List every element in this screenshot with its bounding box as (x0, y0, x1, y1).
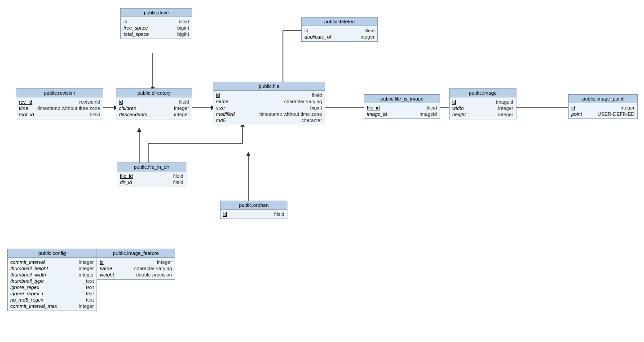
diagram-container: public.drive id fileid free_space bigint… (0, 0, 644, 342)
table-deleted-body: id fileid duplicate_of integer (302, 26, 377, 41)
table-row: file_id fileid (120, 173, 183, 179)
table-file-header: public.file (213, 82, 325, 91)
table-row: commit_interval integer (10, 259, 94, 265)
table-row: id fileid (216, 92, 322, 98)
table-config: public.config commit_interval integer th… (7, 249, 97, 311)
table-file-in-dir-body: file_id fileid dir_id fileid (117, 171, 186, 187)
table-row: children integer (119, 105, 189, 111)
table-image-point-header: public.image_point (569, 95, 637, 103)
table-config-header: public.config (8, 249, 97, 258)
table-file: public.file id fileid name character var… (213, 82, 325, 125)
table-row: name character varying (100, 265, 172, 272)
table-image-feature: public.image_feature id integer name cha… (97, 249, 175, 280)
table-row: no_md5_regex text (10, 297, 94, 303)
table-row: commit_interval_max integer (10, 303, 94, 309)
table-row: id fileid (304, 27, 375, 34)
table-revision: public.revision rev_id revisionid time t… (16, 88, 103, 119)
table-file-is-image-header: public.file_is_image (364, 95, 440, 103)
table-row: modified timestamp without time zone (216, 111, 322, 117)
table-directory-body: id fileid children integer descendants i… (116, 97, 192, 119)
table-row: id fileid (223, 211, 284, 217)
table-file-is-image: public.file_is_image file_id fileid imag… (364, 94, 440, 119)
table-row: ignore_regex text (10, 284, 94, 290)
svg-marker-22 (246, 152, 251, 156)
table-image-header: public.image (450, 89, 516, 97)
table-drive-header: public.drive (121, 9, 192, 17)
table-row: total_space bigint (124, 31, 189, 37)
table-row: descendants integer (119, 111, 189, 118)
table-row: root_id fileid (19, 111, 100, 118)
table-row: id integer (571, 105, 635, 111)
table-row: time timestamp without time zone (19, 105, 100, 111)
table-row: rev_id revisionid (19, 99, 100, 105)
table-row: width integer (452, 105, 513, 111)
table-deleted-header: public.deleted (302, 18, 377, 26)
table-deleted: public.deleted id fileid duplicate_of in… (301, 17, 378, 42)
table-image-point: public.image_point id integer point USER… (568, 94, 638, 119)
table-directory: public.directory id fileid children inte… (116, 88, 192, 119)
table-image-body: id imageid width integer height integer (450, 97, 516, 119)
table-row: height integer (452, 111, 513, 118)
table-image-point-body: id integer point USER-DEFINED (569, 103, 637, 118)
table-image: public.image id imageid width integer he… (449, 88, 516, 119)
table-row: id integer (100, 259, 172, 265)
table-row: id fileid (119, 99, 189, 105)
table-row: weight double precision (100, 272, 172, 278)
table-revision-body: rev_id revisionid time timestamp without… (16, 97, 103, 119)
table-row: free_space bigint (124, 25, 189, 31)
table-row: md5 character (216, 117, 322, 123)
table-orphan-header: public.orphan (221, 201, 287, 210)
table-orphan-body: id fileid (221, 210, 287, 219)
table-drive-body: id fileid free_space bigint total_space … (121, 17, 192, 39)
table-directory-header: public.directory (116, 89, 192, 97)
table-image-feature-header: public.image_feature (97, 249, 175, 258)
table-row: id fileid (124, 18, 189, 25)
table-row: duplicate_of integer (304, 34, 375, 40)
table-image-feature-body: id integer name character varying weight… (97, 258, 175, 279)
table-row: thumbnail_height integer (10, 265, 94, 272)
table-row: image_id imageid (367, 111, 437, 117)
table-row: thumbnail_width integer (10, 272, 94, 278)
table-file-body: id fileid name character varying size bi… (213, 91, 325, 125)
table-row: size bigint (216, 105, 322, 111)
table-orphan: public.orphan id fileid (220, 201, 287, 219)
table-file-is-image-body: file_id fileid image_id imageid (364, 103, 440, 118)
table-file-in-dir: public.file_in_dir file_id fileid dir_id… (117, 162, 186, 187)
table-row: id imageid (452, 99, 513, 105)
table-row: name character varying (216, 98, 322, 105)
table-revision-header: public.revision (16, 89, 103, 97)
table-row: dir_id fileid (120, 179, 183, 185)
table-row: thumbnail_type text (10, 278, 94, 284)
table-drive: public.drive id fileid free_space bigint… (120, 8, 192, 39)
svg-marker-20 (137, 127, 141, 132)
table-row: ignore_regex_i text (10, 290, 94, 297)
table-row: file_id fileid (367, 105, 437, 111)
table-row: point USER-DEFINED (571, 111, 635, 117)
table-file-in-dir-header: public.file_in_dir (117, 163, 186, 171)
table-config-body: commit_interval integer thumbnail_height… (8, 258, 97, 311)
